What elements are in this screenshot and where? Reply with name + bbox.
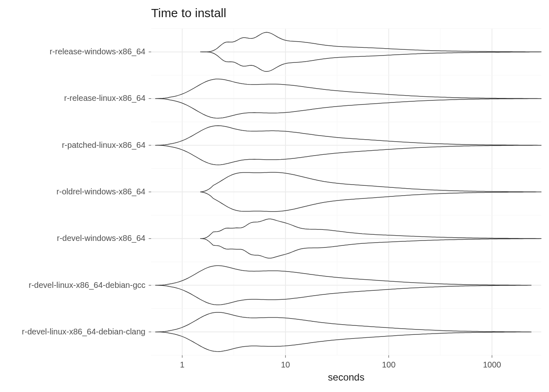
y-tick-label: r-devel-linux-x86_64-debian-clang (22, 327, 145, 336)
y-tick-label: r-release-windows-x86_64 (49, 47, 145, 56)
x-axis-title: seconds (328, 372, 364, 383)
chart-container: 1101001000secondsr-release-windows-x86_6… (0, 0, 549, 392)
y-tick-label: r-devel-linux-x86_64-debian-gcc (29, 281, 145, 290)
plot-title: Time to install (151, 6, 226, 20)
y-tick-label: r-devel-windows-x86_64 (57, 234, 145, 243)
x-tick-label: 10 (281, 360, 290, 369)
x-tick-label: 1000 (483, 360, 501, 369)
y-tick-label: r-release-linux-x86_64 (64, 94, 145, 103)
y-tick-label: r-oldrel-windows-x86_64 (56, 187, 145, 196)
x-tick-label: 1 (180, 360, 185, 369)
violin-chart: 1101001000secondsr-release-windows-x86_6… (0, 0, 549, 392)
y-tick-label: r-patched-linux-x86_64 (62, 140, 145, 150)
x-tick-label: 100 (382, 360, 395, 369)
